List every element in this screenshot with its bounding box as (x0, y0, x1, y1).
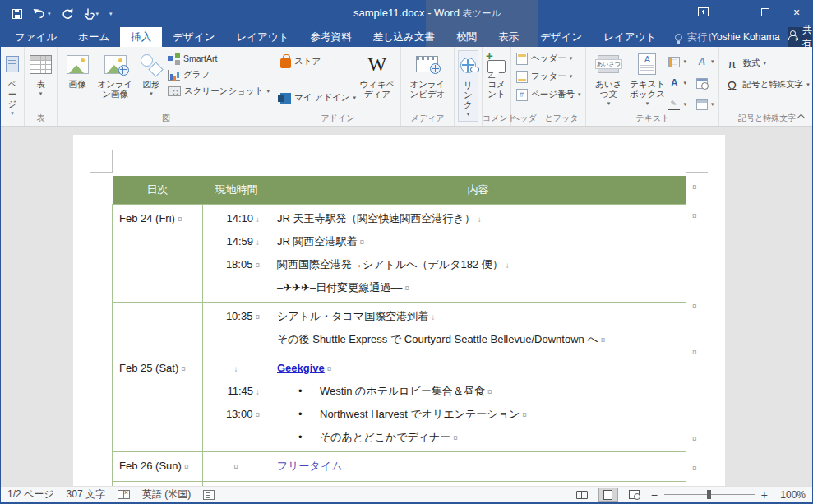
date-time-button[interactable] (695, 75, 709, 91)
header-button[interactable]: ヘッダー▾ (515, 50, 583, 67)
user-name[interactable]: Yoshie Kohama (711, 27, 780, 47)
store-button[interactable]: ストア (279, 53, 358, 70)
page-indicator[interactable]: 1/2 ページ (7, 488, 54, 502)
table-row[interactable]: Feb 25 (Sat)¤↓11:45↓13:00¤Geekgive¤•West… (113, 354, 686, 451)
minimize-button[interactable] (718, 0, 750, 24)
chart-button[interactable]: グラフ (166, 67, 271, 83)
pictures-button[interactable]: 画像 (61, 50, 94, 90)
tab-table-design[interactable]: デザイン (529, 27, 593, 47)
day-cell[interactable]: Feb 24 (Fri)¤ (113, 204, 203, 302)
object-button[interactable]: ▾ (695, 96, 716, 113)
wikipedia-button[interactable]: W ウィキペディア (358, 50, 397, 100)
link-button[interactable]: リンク▾ (458, 50, 478, 122)
equation-button[interactable]: π数式▾ (723, 55, 811, 72)
symbol-button[interactable]: Ω記号と特殊文字▾ (723, 76, 811, 93)
content-cell[interactable]: JR 天王寺駅発（関空快速関西空港行き）↓JR 関西空港駅着¤関西国際空港発→シ… (270, 204, 686, 302)
zoom-in-button[interactable]: + (761, 488, 768, 502)
time-cell[interactable]: ¤ (203, 481, 270, 486)
undo-button[interactable]: ▾ (33, 8, 51, 19)
group-pages: ページ▾ (1, 47, 25, 126)
minimize-icon (730, 12, 738, 12)
table-row[interactable]: Feb 26 (Sun)¤¤フリータイム (113, 451, 686, 481)
time-cell[interactable]: 10:35¤ (203, 302, 270, 354)
content-cell[interactable]: Pre-Summit¤ (270, 481, 686, 486)
time-cell[interactable]: 14:10↓14:59↓18:05¤ (203, 204, 270, 302)
comment-button[interactable]: コメント (486, 50, 507, 100)
signature-line-button[interactable]: ▾ (667, 96, 688, 113)
qat-customize-button[interactable]: ▾ (109, 11, 113, 17)
day-cell[interactable]: Feb 25 (Sat)¤ (113, 354, 203, 451)
save-icon (12, 9, 22, 19)
zoom-level[interactable]: 100% (774, 489, 806, 501)
undo-dropdown-arrow[interactable]: ▾ (48, 11, 51, 17)
zoom-out-button[interactable]: − (651, 488, 658, 502)
tell-me-box[interactable]: 実行したい作業を入力してください (675, 27, 711, 47)
proofing-icon[interactable] (118, 490, 130, 499)
greeting-button[interactable]: あいさつ あいさつ文▾ (589, 50, 627, 110)
touch-mode-dropdown-arrow[interactable]: ▾ (96, 11, 99, 17)
close-button[interactable]: × (781, 0, 812, 24)
tab-review[interactable]: 校閲 (446, 27, 487, 47)
group-label-addins: アドイン (275, 113, 400, 124)
table-grid-icon (30, 55, 52, 74)
tab-references[interactable]: 参考資料 (299, 27, 362, 47)
quick-parts-button[interactable]: ▾ (667, 53, 688, 70)
shapes-button[interactable]: 図形▾ (136, 50, 166, 100)
table-button[interactable]: 表▾ (28, 50, 53, 100)
document-area[interactable]: 日次 現地時間 内容 Feb 24 (Fri)¤14:10↓14:59↓18:0… (1, 127, 812, 486)
tab-design[interactable]: デザイン (162, 27, 225, 47)
zoom-slider-handle[interactable] (707, 490, 711, 499)
word-count[interactable]: 307 文字 (67, 488, 105, 502)
table-row[interactable]: Feb 27 (Mon)¤¤Pre-Summit¤ (113, 481, 686, 486)
tab-table-layout[interactable]: レイアウト (593, 27, 667, 47)
language-indicator[interactable]: 英語 (米国) (142, 488, 191, 502)
tab-insert[interactable]: 挿入 (120, 27, 162, 47)
time-cell[interactable]: ¤ (203, 451, 270, 481)
day-cell[interactable]: Feb 26 (Sun)¤ (113, 451, 203, 481)
save-button[interactable] (12, 9, 22, 19)
tab-home[interactable]: ホーム (67, 27, 120, 47)
online-video-button[interactable]: オンラインビデオ (404, 50, 450, 100)
screenshot-button[interactable]: スクリーンショット▾ (166, 83, 271, 99)
web-layout-button[interactable] (625, 488, 644, 502)
zoom-slider[interactable] (664, 494, 755, 495)
itinerary-table[interactable]: 日次 現地時間 内容 Feb 24 (Fri)¤14:10↓14:59↓18:0… (112, 176, 686, 486)
margin-crop-mark (112, 150, 113, 173)
pages-button[interactable]: ページ▾ (4, 50, 21, 120)
header: 表ツール ▾ ▾ ▾ sample11.docx - Word (1, 0, 812, 47)
touch-mode-button[interactable]: ▾ (84, 8, 99, 20)
ime-icon[interactable] (203, 490, 215, 500)
table-row[interactable]: Feb 24 (Fri)¤14:10↓14:59↓18:05¤JR 天王寺駅発（… (113, 204, 686, 302)
table-row[interactable]: 10:35¤シアトル・タコマ国際空港到着↓その後 Shuttle Express… (113, 302, 686, 354)
tab-layout[interactable]: レイアウト (225, 27, 299, 47)
tab-file[interactable]: ファイル (4, 27, 67, 47)
content-cell[interactable]: シアトル・タコマ国際空港到着↓その後 Shuttle Express で Cou… (270, 302, 686, 354)
day-cell[interactable] (113, 302, 203, 354)
footer-button[interactable]: フッター▾ (515, 68, 583, 85)
group-label-comments: コメント (483, 113, 510, 124)
collapse-ribbon-button[interactable] (797, 113, 804, 119)
redo-button[interactable] (62, 8, 73, 19)
smartart-button[interactable]: SmartArt (166, 50, 271, 67)
content-cell[interactable]: フリータイム (270, 451, 686, 481)
object-icon (696, 99, 708, 110)
share-button[interactable]: + 共有 (788, 27, 812, 47)
ribbon-tabs: ファイル ホーム 挿入 デザイン レイアウト 参考資料 差し込み文書 校閲 表示… (1, 27, 812, 47)
wordart-button[interactable]: A▾ (695, 53, 716, 70)
day-cell[interactable]: Feb 27 (Mon)¤ (113, 481, 203, 486)
drop-cap-button[interactable]: A▾ (667, 75, 688, 91)
tab-mailings[interactable]: 差し込み文書 (362, 27, 446, 47)
page[interactable]: 日次 現地時間 内容 Feb 24 (Fri)¤14:10↓14:59↓18:0… (73, 135, 725, 486)
print-layout-button[interactable] (598, 488, 618, 502)
ribbon-display-options-button[interactable] (687, 0, 718, 24)
text-box-button[interactable]: A テキストボックス▾ (627, 50, 667, 110)
time-cell[interactable]: ↓11:45↓13:00¤ (203, 354, 270, 451)
my-addins-button[interactable]: マイ アドイン▾ (279, 90, 358, 106)
page-number-button[interactable]: ページ番号▾ (515, 86, 583, 103)
content-cell[interactable]: Geekgive¤•Westin のホテルロビー集合＆昼食¤•Northwest… (270, 354, 686, 451)
read-mode-button[interactable] (572, 488, 592, 502)
online-pictures-button[interactable]: オンライン画像 (94, 50, 136, 100)
maximize-button[interactable] (750, 0, 781, 24)
tab-view[interactable]: 表示 (487, 27, 529, 47)
table-header-row: 日次 現地時間 内容 (113, 176, 686, 204)
